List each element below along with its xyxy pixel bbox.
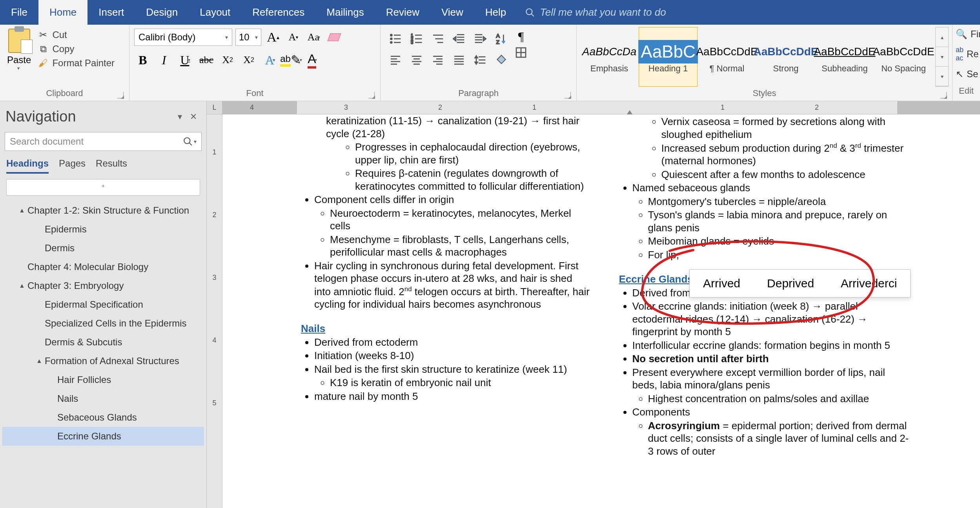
borders-button[interactable] — [515, 46, 527, 59]
find-button[interactable]: 🔍Fin — [956, 27, 977, 41]
align-right-button[interactable] — [428, 51, 447, 69]
document-page[interactable]: keratinization (11-15) → canalization (1… — [222, 114, 980, 508]
style-tile-subheading[interactable]: AaBbCcDdESubheading — [815, 27, 874, 87]
nav-heading-item[interactable]: Hair Follicles — [2, 370, 204, 389]
styles-scroll-button[interactable]: ▾ — [936, 47, 948, 67]
brush-icon: 🖌 — [38, 58, 48, 68]
nav-heading-item[interactable]: Sebaceous Glands — [2, 408, 204, 427]
tab-file[interactable]: File — [0, 0, 38, 25]
nav-heading-item[interactable]: Epidermis — [2, 220, 204, 239]
vertical-ruler[interactable]: L 1 2 3 4 5 — [207, 101, 222, 508]
italic-button[interactable]: I — [155, 51, 173, 69]
suggestion-option[interactable]: Arrived — [690, 270, 754, 297]
styles-scroll-button[interactable]: ▾ — [936, 67, 948, 86]
scissors-icon: ✂ — [38, 30, 48, 40]
group-clipboard: Paste ▾ ✂Cut ⧉Copy 🖌Format Painter Clipb… — [0, 25, 129, 101]
multilevel-list-button[interactable] — [428, 29, 447, 48]
subscript-button[interactable]: X2 — [219, 51, 236, 69]
nav-heading-item[interactable]: Chapter 4: Molecular Biology — [2, 258, 204, 276]
style-tile-no-spacing[interactable]: AaBbCcDdENo Spacing — [874, 27, 933, 87]
clipboard-launcher[interactable] — [117, 92, 124, 98]
align-left-button[interactable] — [386, 51, 405, 69]
nav-heading-item[interactable]: ▲Chapter 1-2: Skin Structure & Function — [2, 201, 204, 220]
svg-marker-26 — [483, 37, 486, 41]
tab-review[interactable]: Review — [375, 0, 430, 25]
tab-home[interactable]: Home — [38, 0, 87, 25]
nav-heading-item[interactable]: ▲Chapter 3: Embryology — [2, 276, 204, 295]
font-name-combo[interactable]: Calibri (Body)▾ — [134, 29, 232, 46]
style-tile-emphasis[interactable]: AaBbCcDaEmphasis — [580, 27, 639, 87]
suggestion-option[interactable]: Arrivederci — [827, 270, 910, 297]
nav-tab-pages[interactable]: Pages — [59, 158, 86, 174]
decrease-indent-button[interactable] — [450, 29, 468, 48]
clear-formatting-button[interactable] — [326, 29, 343, 46]
text-effects-button[interactable]: A▾ — [261, 51, 279, 69]
tab-view[interactable]: View — [430, 0, 474, 25]
nav-heading-item[interactable]: Nails — [2, 389, 204, 408]
tab-layout[interactable]: Layout — [189, 0, 241, 25]
select-button[interactable]: ↖Se — [956, 67, 977, 81]
paste-button[interactable]: Paste ▾ — [3, 27, 35, 73]
strikethrough-button[interactable]: abc — [198, 51, 215, 69]
style-tile--normal[interactable]: AaBbCcDdE¶ Normal — [698, 27, 756, 87]
nav-heading-item[interactable]: ▲Formation of Adnexal Structures — [2, 352, 204, 370]
tab-help[interactable]: Help — [474, 0, 517, 25]
heading-nails[interactable]: Nails — [301, 322, 325, 335]
suggestion-option[interactable]: Deprived — [754, 270, 827, 297]
align-center-button[interactable] — [407, 51, 426, 69]
format-painter-button[interactable]: 🖌Format Painter — [38, 58, 115, 69]
underline-button[interactable]: U▾ — [177, 51, 194, 69]
svg-point-6 — [390, 42, 392, 43]
change-case-button[interactable]: Aa▾ — [305, 29, 322, 46]
font-color-button[interactable]: A▾ — [304, 51, 321, 69]
svg-point-0 — [526, 9, 532, 15]
nav-heading-item[interactable]: Specialized Cells in the Epidermis — [2, 314, 204, 333]
style-tile-heading-1[interactable]: AaBbCHeading 1 — [639, 27, 698, 87]
font-launcher[interactable] — [368, 92, 375, 98]
justify-button[interactable] — [450, 51, 468, 69]
svg-text:Z: Z — [496, 39, 499, 45]
navigation-close[interactable]: ✕ — [186, 112, 201, 122]
nav-tab-headings[interactable]: Headings — [6, 158, 49, 174]
nav-heading-item[interactable]: Eccrine Glands — [2, 427, 204, 446]
tab-mailings[interactable]: Mailings — [315, 0, 375, 25]
svg-text:A: A — [496, 33, 500, 39]
nav-heading-item[interactable]: Epidermal Specification — [2, 295, 204, 314]
nav-tab-results[interactable]: Results — [96, 158, 127, 174]
numbering-button[interactable]: 123 — [407, 29, 426, 48]
styles-launcher[interactable] — [940, 92, 947, 98]
styles-scroll-button[interactable]: ▴ — [936, 27, 948, 47]
autocorrect-suggestions: Arrived Deprived Arrivederci — [689, 269, 911, 298]
bold-button[interactable]: B — [134, 51, 151, 69]
shrink-font-button[interactable]: A▾ — [285, 29, 302, 46]
grow-font-button[interactable]: A▴ — [264, 29, 282, 46]
nav-blank-heading[interactable]: * — [6, 179, 200, 196]
tab-selector[interactable]: L — [207, 101, 222, 114]
tell-me-search[interactable]: Tell me what you want to do — [525, 6, 666, 18]
style-tile-strong[interactable]: AaBbCcDdEStrong — [756, 27, 815, 87]
highlight-button[interactable]: ab✎▾ — [282, 51, 300, 69]
heading-eccrine-glands[interactable]: Eccrine Glands — [619, 273, 693, 286]
tab-references[interactable]: References — [241, 0, 315, 25]
bullets-button[interactable] — [386, 29, 405, 48]
replace-button[interactable]: abacRe — [956, 44, 977, 64]
line-spacing-button[interactable] — [471, 51, 490, 69]
cut-button[interactable]: ✂Cut — [38, 29, 115, 40]
tab-design[interactable]: Design — [135, 0, 189, 25]
paragraph-launcher[interactable] — [565, 92, 571, 98]
nav-heading-item[interactable]: Dermis — [2, 239, 204, 258]
shading-button[interactable] — [492, 51, 511, 69]
show-hide-button[interactable]: ¶ — [515, 29, 527, 44]
nav-heading-item[interactable]: Dermis & Subcutis — [2, 333, 204, 352]
font-size-combo[interactable]: 10▾ — [235, 29, 261, 46]
nav-search-input[interactable]: Search document ▾ — [5, 132, 202, 151]
sort-button[interactable]: AZ — [492, 29, 511, 48]
menu-bar: File Home Insert Design Layout Reference… — [0, 0, 980, 25]
replace-icon: abac — [956, 46, 964, 62]
increase-indent-button[interactable] — [471, 29, 490, 48]
tab-insert[interactable]: Insert — [87, 0, 135, 25]
copy-button[interactable]: ⧉Copy — [38, 44, 115, 54]
navigation-dropdown[interactable]: ▾ — [174, 112, 186, 122]
horizontal-ruler[interactable]: 4 3 2 1 1 2 — [222, 101, 980, 114]
superscript-button[interactable]: X2 — [240, 51, 257, 69]
